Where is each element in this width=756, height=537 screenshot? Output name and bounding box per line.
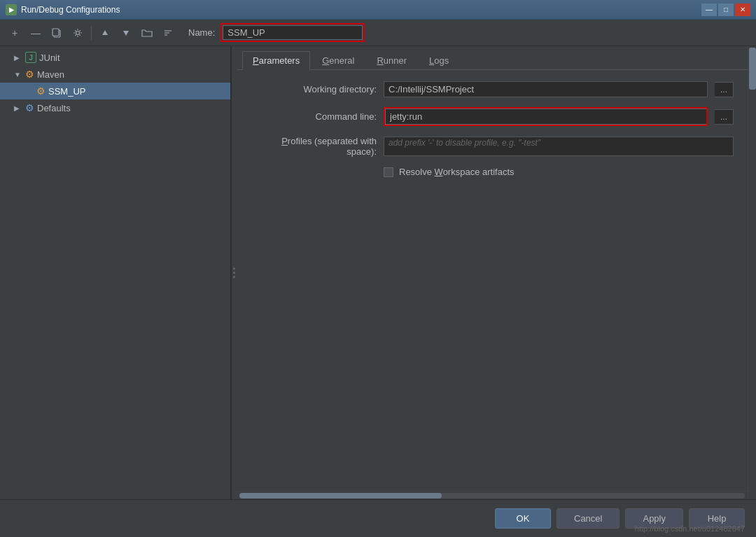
sort-button[interactable]	[159, 24, 177, 42]
command-line-input-wrapper	[384, 107, 708, 126]
sidebar-item-defaults[interactable]: ▶ ⚙ Defaults	[0, 99, 230, 116]
resolve-workspace-row: Resolve Workspace artifacts	[384, 167, 734, 177]
name-label: Name:	[188, 27, 215, 38]
ssm-gear-icon: ⚙	[36, 85, 46, 97]
drag-dot-2	[233, 272, 235, 274]
name-section: Name:	[188, 23, 365, 42]
up-arrow-icon	[101, 29, 109, 37]
sidebar: ▶ J JUnit ▼ ⚙ Maven ⚙ SSM_UP ▶ ⚙ Default…	[0, 46, 231, 499]
svg-rect-1	[52, 29, 59, 36]
working-directory-input[interactable]	[384, 81, 708, 97]
profiles-label: Profiles (separated with space):	[251, 136, 377, 157]
resize-handle[interactable]	[231, 46, 237, 499]
maven-gear-icon: ⚙	[25, 69, 34, 80]
resolve-workspace-checkbox[interactable]	[384, 167, 393, 177]
sidebar-item-defaults-label: Defaults	[37, 103, 71, 113]
horizontal-scrollbar[interactable]	[237, 491, 748, 499]
vertical-scrollbar-thumb	[749, 48, 756, 90]
bottom-area: OK Cancel Apply Help http://blog.csdn.ne…	[0, 499, 756, 537]
working-directory-label: Working directory:	[251, 84, 377, 95]
title-bar: ▶ Run/Debug Configurations — □ ✕	[0, 0, 756, 20]
tab-logs[interactable]: Logs	[419, 51, 459, 70]
tab-runner-label: Runner	[377, 55, 407, 66]
name-input-wrapper	[220, 23, 365, 42]
folder-button[interactable]	[138, 24, 156, 42]
down-arrow-icon	[122, 29, 130, 37]
folder-icon	[141, 28, 153, 38]
right-panel: Parameters General Runner Logs Working d…	[237, 46, 748, 499]
vertical-scrollbar[interactable]	[748, 46, 756, 499]
tab-parameters[interactable]: Parameters	[242, 51, 310, 70]
sidebar-item-ssm-up[interactable]: ⚙ SSM_UP	[0, 83, 230, 99]
command-line-row: Command line: ...	[251, 107, 734, 126]
collapse-arrow-maven: ▼	[14, 71, 22, 78]
working-directory-browse-button[interactable]: ...	[715, 82, 734, 97]
command-line-input[interactable]	[385, 109, 706, 125]
ok-button[interactable]: OK	[495, 508, 551, 529]
tabs-bar: Parameters General Runner Logs	[237, 46, 748, 70]
settings-button[interactable]	[69, 24, 87, 42]
tab-parameters-label: Parameters	[253, 55, 300, 66]
content-area: ▶ J JUnit ▼ ⚙ Maven ⚙ SSM_UP ▶ ⚙ Default…	[0, 46, 756, 499]
tab-general-label: General	[322, 55, 354, 66]
app-icon: ▶	[6, 4, 17, 15]
form-area: Working directory: ... Command line: ...…	[237, 70, 748, 491]
junit-icon: J	[25, 52, 36, 63]
command-line-browse-button[interactable]: ...	[715, 109, 734, 125]
collapse-arrow-ssm	[25, 88, 34, 95]
window-title: Run/Debug Configurations	[21, 5, 120, 15]
scrollbar-track	[239, 493, 745, 498]
scrollbar-thumb	[239, 493, 442, 498]
profiles-placeholder: add prefix '-' to disable profile, e.g. …	[384, 135, 545, 151]
title-bar-left: ▶ Run/Debug Configurations	[6, 4, 120, 15]
title-bar-buttons: — □ ✕	[701, 4, 750, 16]
watermark: http://blog.csdn.net/u012482647	[635, 524, 745, 533]
cancel-button[interactable]: Cancel	[556, 508, 620, 529]
minimize-button[interactable]: —	[701, 4, 717, 16]
close-button[interactable]: ✕	[735, 4, 750, 16]
copy-button[interactable]	[48, 24, 66, 42]
drag-dot-1	[233, 267, 235, 270]
maximize-button[interactable]: □	[718, 4, 734, 16]
drag-dot-3	[233, 276, 235, 278]
resolve-workspace-label: Resolve Workspace artifacts	[399, 167, 514, 177]
working-directory-row: Working directory: ...	[251, 81, 734, 97]
down-button[interactable]	[117, 24, 135, 42]
sidebar-item-maven[interactable]: ▼ ⚙ Maven	[0, 66, 230, 83]
sidebar-item-ssm-label: SSM_UP	[48, 86, 85, 97]
toolbar: + —	[0, 20, 756, 46]
settings-icon	[73, 28, 83, 38]
sidebar-item-maven-label: Maven	[37, 69, 64, 80]
up-button[interactable]	[96, 24, 114, 42]
profiles-row: Profiles (separated with space): add pre…	[251, 136, 734, 157]
sort-icon	[163, 28, 173, 38]
remove-button[interactable]: —	[27, 24, 45, 42]
add-button[interactable]: +	[6, 24, 24, 42]
tab-general[interactable]: General	[312, 51, 365, 70]
svg-point-2	[76, 31, 80, 34]
command-line-label: Command line:	[251, 111, 377, 122]
collapse-arrow-junit: ▶	[14, 54, 22, 62]
defaults-gear-icon: ⚙	[25, 102, 34, 113]
tab-runner[interactable]: Runner	[366, 51, 417, 70]
sidebar-item-junit[interactable]: ▶ J JUnit	[0, 49, 230, 66]
collapse-arrow-defaults: ▶	[14, 104, 22, 112]
tab-logs-label: Logs	[429, 55, 449, 66]
toolbar-separator-1	[91, 26, 92, 40]
name-input[interactable]	[223, 25, 363, 40]
main-container: + —	[0, 20, 756, 537]
profiles-input-area[interactable]: add prefix '-' to disable profile, e.g. …	[384, 137, 734, 156]
sidebar-item-junit-label: JUnit	[39, 53, 60, 63]
copy-icon	[52, 28, 62, 38]
